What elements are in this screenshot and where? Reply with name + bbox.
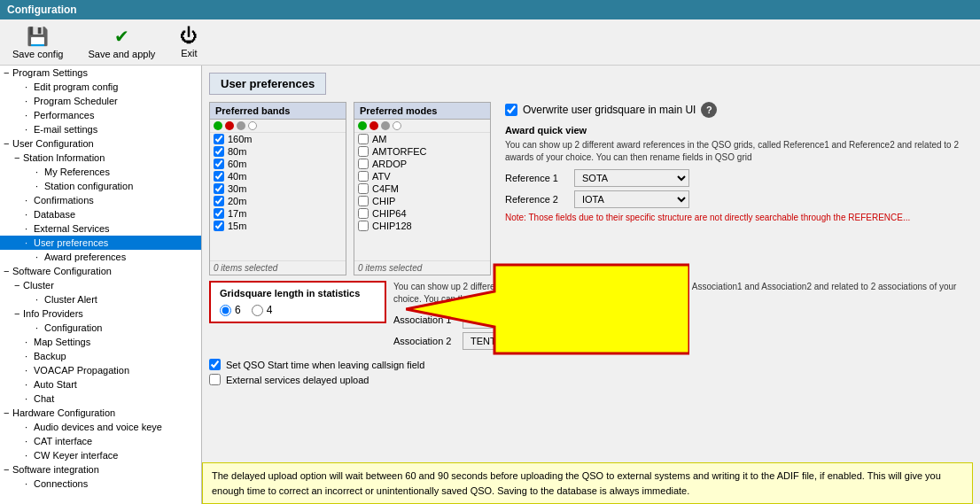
external-services-check[interactable] xyxy=(209,374,221,385)
modes-extra-btn[interactable] xyxy=(393,121,401,130)
exit-button[interactable]: ⏻ Exit xyxy=(175,24,203,60)
bands-deselect-btn[interactable] xyxy=(225,121,234,130)
sidebar-item-software-config[interactable]: −Software Configuration xyxy=(0,264,201,278)
sidebar-item-auto-start[interactable]: ·Auto Start xyxy=(0,377,201,392)
sidebar-item-confirmations[interactable]: ·Confirmations xyxy=(0,193,201,207)
sidebar-item-user-config[interactable]: −User Configuration xyxy=(0,136,201,151)
mode-chip64-check[interactable] xyxy=(358,208,369,219)
sidebar-item-edit-program-config[interactable]: ·Edit program config xyxy=(0,80,201,94)
mode-chip128-check[interactable] xyxy=(358,221,369,231)
mode-am: AM xyxy=(354,133,490,145)
gridsquare-6-radio[interactable] xyxy=(220,305,231,316)
association1-row: Association 1 FISTS TENTEN xyxy=(393,311,973,329)
mode-chip128: CHIP128 xyxy=(354,220,490,232)
reference2-select[interactable]: IOTA SOTA WWFF xyxy=(574,190,689,208)
band-30m: 30m xyxy=(210,182,346,195)
mode-atv: ATV xyxy=(354,170,490,182)
association2-select[interactable]: TENTEN FISTS xyxy=(463,332,578,350)
bands-invert-btn[interactable] xyxy=(237,121,245,130)
sidebar-item-database[interactable]: ·Database xyxy=(0,207,201,221)
sidebar-item-software-integration[interactable]: −Software integration xyxy=(0,462,201,477)
sidebar-item-connections[interactable]: ·Connections xyxy=(0,477,201,491)
bands-items-selected: 0 items selected xyxy=(210,261,346,275)
save-and-apply-button[interactable]: ✔ Save and apply xyxy=(82,24,160,61)
band-80m-check[interactable] xyxy=(214,146,224,157)
gridsquare-6-label: 6 xyxy=(235,304,241,316)
sidebar-item-award-preferences[interactable]: ·Award preferences xyxy=(0,250,201,264)
award-section: Award quick view You can show up 2 diffe… xyxy=(505,125,973,224)
gridsquare-4-radio[interactable] xyxy=(252,305,263,316)
sidebar-item-user-preferences[interactable]: ·User preferences xyxy=(0,236,201,250)
save-config-button[interactable]: 💾 Save config xyxy=(7,24,68,61)
right-panel: Overwrite user gridsquare in main UI ? A… xyxy=(498,102,973,275)
association2-row: Association 2 TENTEN FISTS xyxy=(393,332,973,350)
title-bar-label: Configuration xyxy=(7,4,77,16)
band-20m-check[interactable] xyxy=(214,196,224,206)
sidebar-item-cluster-alert[interactable]: ·Cluster Alert xyxy=(0,292,201,306)
sidebar-item-map-settings[interactable]: ·Map Settings xyxy=(0,335,201,349)
sidebar-item-station-config[interactable]: ·Station configuration xyxy=(0,179,201,193)
sidebar: −Program Settings ·Edit program config ·… xyxy=(0,66,202,504)
modes-invert-btn[interactable] xyxy=(381,121,390,130)
band-40m-check[interactable] xyxy=(214,171,224,182)
sidebar-item-configuration[interactable]: ·Configuration xyxy=(0,321,201,335)
gridsquare-title: Gridsquare length in statistics xyxy=(220,288,376,299)
sidebar-item-my-references[interactable]: ·My References xyxy=(0,165,201,179)
mode-am-check[interactable] xyxy=(358,134,369,144)
mode-c4fm-check[interactable] xyxy=(358,183,369,194)
sidebar-item-backup[interactable]: ·Backup xyxy=(0,349,201,363)
save-apply-icon: ✔ xyxy=(114,26,129,47)
award-note: Note: Those fields due to their specific… xyxy=(505,212,973,224)
mode-atv-check[interactable] xyxy=(358,171,369,182)
sidebar-item-info-providers[interactable]: −Info Providers xyxy=(0,306,201,321)
preferred-bands-panel: Preferred bands 160m 80m 60m 40m 30m 20m xyxy=(209,102,346,275)
gridsquare-4-item: 4 xyxy=(252,304,273,316)
band-60m-check[interactable] xyxy=(214,159,224,169)
modes-header: Preferred modes xyxy=(354,103,490,120)
band-15m-check[interactable] xyxy=(214,221,224,231)
mode-ardop: ARDOP xyxy=(354,158,490,170)
association1-label: Association 1 xyxy=(393,314,455,325)
modes-select-all-btn[interactable] xyxy=(358,121,367,130)
toolbar: 💾 Save config ✔ Save and apply ⏻ Exit xyxy=(0,19,980,66)
mode-c4fm: C4FM xyxy=(354,182,490,195)
sidebar-item-program-scheduler[interactable]: ·Program Scheduler xyxy=(0,94,201,108)
sidebar-item-cw-keyer[interactable]: ·CW Keyer interface xyxy=(0,448,201,462)
bands-extra-btn[interactable] xyxy=(248,121,257,130)
sidebar-item-program-settings[interactable]: −Program Settings xyxy=(0,66,201,80)
sidebar-item-performances[interactable]: ·Performances xyxy=(0,108,201,122)
reference1-select[interactable]: SOTA IOTA WWFF xyxy=(574,169,689,187)
set-qso-start-check[interactable] xyxy=(209,359,221,370)
title-bar: Configuration xyxy=(0,0,980,19)
sidebar-item-email-settings[interactable]: ·E-mail settings xyxy=(0,122,201,136)
band-30m-check[interactable] xyxy=(214,183,224,194)
help-icon[interactable]: ? xyxy=(701,102,717,118)
band-160m-check[interactable] xyxy=(214,134,224,144)
reference2-label: Reference 2 xyxy=(505,194,567,205)
band-17m: 17m xyxy=(210,207,346,220)
award-quick-view-title: Award quick view xyxy=(505,125,973,136)
gridsquare-box: Gridsquare length in statistics 6 4 xyxy=(209,281,386,323)
bands-toolbar xyxy=(210,120,346,133)
association1-select[interactable]: FISTS TENTEN xyxy=(463,311,578,329)
mode-amtorfec-check[interactable] xyxy=(358,146,369,157)
sidebar-item-hardware-config[interactable]: −Hardware Configuration xyxy=(0,406,201,420)
mode-ardop-check[interactable] xyxy=(358,159,369,169)
sidebar-item-external-services[interactable]: ·External Services xyxy=(0,221,201,236)
sidebar-item-station-info[interactable]: −Station Information xyxy=(0,151,201,165)
bands-list: 160m 80m 60m 40m 30m 20m 17m 15m xyxy=(210,133,346,261)
save-config-icon: 💾 xyxy=(27,26,49,47)
band-17m-check[interactable] xyxy=(214,208,224,219)
overwrite-gridsquare-check[interactable] xyxy=(505,104,517,116)
bands-select-all-btn[interactable] xyxy=(214,121,222,130)
sidebar-item-chat[interactable]: ·Chat xyxy=(0,392,201,406)
sidebar-item-cluster[interactable]: −Cluster xyxy=(0,278,201,292)
sidebar-item-voacap[interactable]: ·VOACAP Propagation xyxy=(0,363,201,377)
modes-deselect-btn[interactable] xyxy=(369,121,378,130)
gridsquare-4-label: 4 xyxy=(267,304,273,316)
mode-chip-check[interactable] xyxy=(358,196,369,206)
sidebar-item-audio-devices[interactable]: ·Audio devices and voice keye xyxy=(0,420,201,434)
mode-chip64: CHIP64 xyxy=(354,207,490,220)
sidebar-item-cat-interface[interactable]: ·CAT interface xyxy=(0,434,201,448)
main-container: −Program Settings ·Edit program config ·… xyxy=(0,66,980,504)
